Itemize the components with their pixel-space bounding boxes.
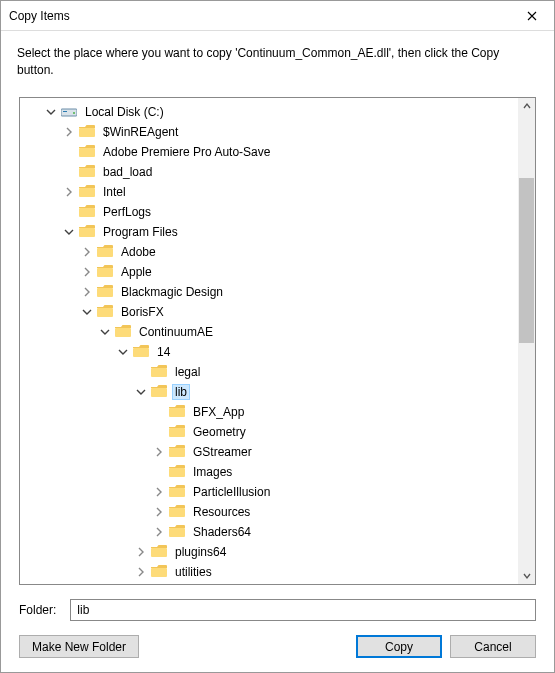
expander-closed-icon[interactable] xyxy=(80,285,94,299)
make-new-folder-button[interactable]: Make New Folder xyxy=(19,635,139,658)
svg-rect-14 xyxy=(133,348,149,357)
svg-rect-23 xyxy=(169,528,185,537)
tree-node[interactable]: utilities xyxy=(22,562,516,582)
folder-icon xyxy=(168,444,186,460)
folder-icon xyxy=(114,324,132,340)
svg-rect-7 xyxy=(79,208,95,217)
svg-rect-6 xyxy=(79,188,95,197)
folder-icon xyxy=(150,384,168,400)
scroll-down-icon[interactable] xyxy=(518,567,535,584)
tree-node[interactable]: ContinuumAE xyxy=(22,322,516,342)
expander-open-icon[interactable] xyxy=(62,225,76,239)
scroll-up-icon[interactable] xyxy=(518,98,535,115)
expander-closed-icon[interactable] xyxy=(152,445,166,459)
folder-icon xyxy=(168,504,186,520)
expander-open-icon[interactable] xyxy=(98,325,112,339)
tree-label: Apple xyxy=(118,264,155,280)
tree-label: utilities xyxy=(172,564,215,580)
folder-icon xyxy=(96,244,114,260)
folder-icon xyxy=(78,224,96,240)
folder-icon xyxy=(78,204,96,220)
copy-button[interactable]: Copy xyxy=(356,635,442,658)
tree-node[interactable]: Adobe xyxy=(22,242,516,262)
tree-label: Local Disk (C:) xyxy=(82,104,167,120)
folder-icon xyxy=(150,564,168,580)
tree-label: Shaders64 xyxy=(190,524,254,540)
expander-open-icon[interactable] xyxy=(134,385,148,399)
tree-node[interactable]: plugins64 xyxy=(22,542,516,562)
tree-label: PerfLogs xyxy=(100,204,154,220)
close-icon xyxy=(527,11,537,21)
tree-label: 14 xyxy=(154,344,173,360)
scrollbar-vertical[interactable] xyxy=(518,98,535,584)
tree-label: lib xyxy=(172,384,190,400)
tree-node[interactable]: BorisFX xyxy=(22,302,516,322)
folder-icon xyxy=(78,144,96,160)
svg-rect-25 xyxy=(151,568,167,577)
cancel-button[interactable]: Cancel xyxy=(450,635,536,658)
svg-rect-13 xyxy=(115,328,131,337)
titlebar: Copy Items xyxy=(1,1,554,31)
svg-rect-3 xyxy=(79,128,95,137)
svg-rect-15 xyxy=(151,368,167,377)
tree-node[interactable]: Common Files xyxy=(22,582,516,584)
folder-tree[interactable]: Local Disk (C:) $WinREAgent Adobe Premie… xyxy=(20,98,518,584)
tree-container: Local Disk (C:) $WinREAgent Adobe Premie… xyxy=(19,97,536,585)
expander-open-icon[interactable] xyxy=(80,305,94,319)
tree-node[interactable]: GStreamer xyxy=(22,442,516,462)
tree-node[interactable]: BFX_App xyxy=(22,402,516,422)
folder-icon xyxy=(168,424,186,440)
expander-closed-icon[interactable] xyxy=(134,545,148,559)
svg-rect-12 xyxy=(97,308,113,317)
svg-rect-22 xyxy=(169,508,185,517)
tree-node-root[interactable]: Local Disk (C:) xyxy=(22,102,516,122)
tree-label: ParticleIllusion xyxy=(190,484,273,500)
close-button[interactable] xyxy=(510,1,554,30)
tree-node[interactable]: Blackmagic Design xyxy=(22,282,516,302)
tree-node[interactable]: legal xyxy=(22,362,516,382)
svg-rect-8 xyxy=(79,228,95,237)
tree-label: $WinREAgent xyxy=(100,124,181,140)
svg-rect-9 xyxy=(97,248,113,257)
tree-node[interactable]: Shaders64 xyxy=(22,522,516,542)
tree-node[interactable]: bad_load xyxy=(22,162,516,182)
tree-node[interactable]: $WinREAgent xyxy=(22,122,516,142)
expander-closed-icon[interactable] xyxy=(152,505,166,519)
tree-node[interactable]: ParticleIllusion xyxy=(22,482,516,502)
expander-closed-icon[interactable] xyxy=(62,185,76,199)
expander-closed-icon[interactable] xyxy=(152,485,166,499)
svg-rect-19 xyxy=(169,448,185,457)
tree-label: legal xyxy=(172,364,203,380)
expander-closed-icon[interactable] xyxy=(62,125,76,139)
tree-node[interactable]: Adobe Premiere Pro Auto-Save xyxy=(22,142,516,162)
tree-label: BFX_App xyxy=(190,404,247,420)
tree-node[interactable]: PerfLogs xyxy=(22,202,516,222)
tree-label: Blackmagic Design xyxy=(118,284,226,300)
folder-input[interactable] xyxy=(70,599,536,621)
expander-closed-icon[interactable] xyxy=(80,245,94,259)
tree-node[interactable]: Program Files xyxy=(22,222,516,242)
folder-icon xyxy=(168,464,186,480)
folder-icon xyxy=(150,364,168,380)
tree-node[interactable]: Apple xyxy=(22,262,516,282)
svg-rect-10 xyxy=(97,268,113,277)
folder-icon xyxy=(96,264,114,280)
tree-node-selected[interactable]: lib xyxy=(22,382,516,402)
svg-rect-4 xyxy=(79,148,95,157)
expander-closed-icon[interactable] xyxy=(134,565,148,579)
tree-label: Adobe Premiere Pro Auto-Save xyxy=(100,144,273,160)
tree-node[interactable]: Resources xyxy=(22,502,516,522)
scrollbar-thumb[interactable] xyxy=(519,178,534,343)
expander-open-icon[interactable] xyxy=(116,345,130,359)
tree-node[interactable]: Geometry xyxy=(22,422,516,442)
expander-closed-icon[interactable] xyxy=(152,525,166,539)
folder-icon xyxy=(78,184,96,200)
expander-open-icon[interactable] xyxy=(44,105,58,119)
tree-node[interactable]: Intel xyxy=(22,182,516,202)
expander-closed-icon[interactable] xyxy=(80,265,94,279)
tree-label: ContinuumAE xyxy=(136,324,216,340)
tree-node[interactable]: Images xyxy=(22,462,516,482)
tree-node[interactable]: 14 xyxy=(22,342,516,362)
tree-label: Intel xyxy=(100,184,129,200)
button-row: Make New Folder Copy Cancel xyxy=(1,631,554,672)
